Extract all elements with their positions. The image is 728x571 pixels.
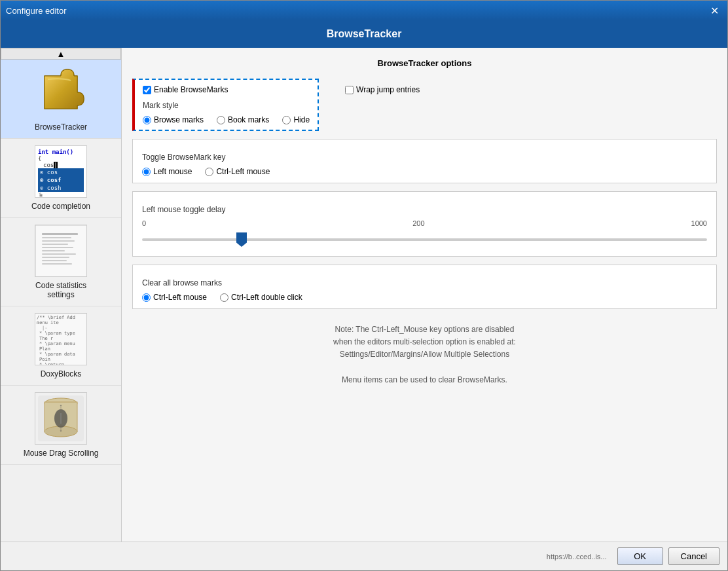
svg-rect-6 bbox=[42, 250, 65, 251]
wrap-jump-label[interactable]: Wrap jump entries bbox=[345, 85, 420, 94]
panel-title: BrowseTracker options bbox=[132, 58, 717, 68]
note-line2: when the editors multi-selection option … bbox=[158, 336, 691, 348]
svg-rect-10 bbox=[42, 263, 72, 265]
note-line1: Note: The Ctrl-Left_Mouse key options ar… bbox=[158, 323, 691, 336]
svg-rect-2 bbox=[42, 237, 71, 238]
main-window: Configure editor ✕ BrowseTracker ▲ bbox=[0, 0, 728, 571]
puzzle-icon bbox=[35, 66, 87, 119]
content-area: ▲ BrowseTra bbox=[1, 48, 727, 542]
sidebar-item-mouse-drag[interactable]: ↑ ↓ Mouse Drag Scrolling bbox=[1, 386, 121, 465]
clear-marks-heading: Clear all browse marks bbox=[142, 278, 707, 287]
enable-browsemarks-label[interactable]: Enable BrowseMarks bbox=[143, 85, 310, 94]
mark-style-heading: Mark style bbox=[143, 101, 310, 110]
slider-labels: 0 200 1000 bbox=[142, 219, 707, 227]
sidebar-item-code-statistics[interactable]: Code statistics settings bbox=[1, 218, 121, 306]
main-panel: BrowseTracker options Enable BrowseMarks… bbox=[122, 48, 727, 542]
svg-rect-5 bbox=[42, 247, 73, 248]
note-line5: Menu items can be used to clear BrowseMa… bbox=[158, 374, 691, 386]
svg-rect-7 bbox=[42, 253, 76, 255]
sidebar-label-doxyblocks: DoxyBlocks bbox=[41, 369, 82, 378]
bottom-bar: https://b..cced..is... OK Cancel bbox=[1, 542, 727, 570]
slider-max: 1000 bbox=[691, 219, 707, 227]
toggle-key-heading: Toggle BrowseMark key bbox=[142, 153, 707, 162]
sidebar-label-code-statistics: Code statistics settings bbox=[35, 281, 86, 299]
radio-hide[interactable]: Hide bbox=[282, 115, 310, 124]
mouse-drag-icon: ↑ ↓ bbox=[35, 392, 87, 445]
toggle-key-section: Toggle BrowseMark key Left mouse Ctrl-Le… bbox=[132, 139, 717, 183]
scroll-up-button[interactable]: ▲ bbox=[1, 48, 121, 60]
sidebar-item-browse-tracker[interactable]: BrowseTracker bbox=[1, 60, 121, 139]
svg-text:↓: ↓ bbox=[60, 426, 63, 433]
radio-browse-marks[interactable]: Browse marks bbox=[143, 115, 204, 124]
svg-text:↑: ↑ bbox=[60, 403, 63, 410]
slider-mid: 200 bbox=[412, 219, 424, 227]
clear-marks-group: Ctrl-Left mouse Ctrl-Left double click bbox=[142, 293, 707, 302]
svg-rect-1 bbox=[42, 233, 78, 235]
cancel-button[interactable]: Cancel bbox=[668, 547, 719, 565]
radio-ctrl-left-dblclick[interactable]: Ctrl-Left double click bbox=[220, 293, 302, 302]
note-line3: Settings/Editor/Margins/Allow Multiple S… bbox=[158, 348, 691, 361]
delay-slider[interactable] bbox=[142, 238, 707, 241]
sidebar-item-code-completion[interactable]: int main() { cos| ⊙ cos ⊙ cosf ⊙ cosh 🖱 … bbox=[1, 139, 121, 218]
title-bar: Configure editor ✕ bbox=[1, 1, 727, 20]
radio-ctrl-left-clear[interactable]: Ctrl-Left mouse bbox=[142, 293, 207, 302]
sidebar: ▲ BrowseTra bbox=[1, 48, 122, 542]
delay-heading: Left mouse toggle delay bbox=[142, 205, 707, 214]
svg-rect-4 bbox=[42, 244, 68, 245]
sidebar-label-code-completion: Code completion bbox=[31, 202, 90, 211]
mark-style-group: Browse marks Book marks Hide bbox=[143, 115, 310, 124]
sidebar-label-browse-tracker: BrowseTracker bbox=[35, 122, 87, 132]
radio-book-marks[interactable]: Book marks bbox=[217, 115, 269, 124]
enable-browsemarks-box: Enable BrowseMarks Mark style Browse mar… bbox=[132, 79, 319, 131]
radio-left-mouse[interactable]: Left mouse bbox=[142, 167, 192, 176]
wrap-jump-section: Wrap jump entries bbox=[345, 85, 420, 94]
svg-rect-9 bbox=[42, 260, 67, 261]
code-completion-icon: int main() { cos| ⊙ cos ⊙ cosf ⊙ cosh 🖱 bbox=[35, 145, 87, 198]
ok-button[interactable]: OK bbox=[617, 547, 663, 565]
svg-rect-3 bbox=[42, 240, 75, 242]
slider-container bbox=[142, 230, 707, 249]
url-hint: https://b..cced..is... bbox=[9, 553, 612, 561]
window-title: Configure editor bbox=[6, 6, 67, 16]
clear-marks-section: Clear all browse marks Ctrl-Left mouse C… bbox=[132, 265, 717, 309]
radio-ctrl-left-mouse[interactable]: Ctrl-Left mouse bbox=[205, 167, 270, 176]
dialog-header: BrowseTracker bbox=[1, 20, 727, 48]
slider-min: 0 bbox=[142, 219, 146, 227]
svg-rect-8 bbox=[42, 257, 69, 258]
dialog-title: BrowseTracker bbox=[327, 28, 402, 39]
doxyblocks-icon: /** \brief Add menu ite |- * \param type… bbox=[35, 313, 87, 365]
close-button[interactable]: ✕ bbox=[706, 3, 722, 18]
note-section: Note: The Ctrl-Left_Mouse key options ar… bbox=[132, 317, 717, 393]
enable-browsemarks-checkbox[interactable] bbox=[143, 86, 151, 94]
code-stats-icon bbox=[35, 225, 87, 277]
wrap-jump-checkbox[interactable] bbox=[345, 86, 354, 94]
sidebar-label-mouse-drag: Mouse Drag Scrolling bbox=[24, 449, 99, 458]
toggle-key-group: Left mouse Ctrl-Left mouse bbox=[142, 167, 707, 176]
delay-section: Left mouse toggle delay 0 200 1000 bbox=[132, 191, 717, 257]
enable-section: Enable BrowseMarks Mark style Browse mar… bbox=[132, 79, 717, 131]
sidebar-item-doxyblocks[interactable]: /** \brief Add menu ite |- * \param type… bbox=[1, 306, 121, 386]
